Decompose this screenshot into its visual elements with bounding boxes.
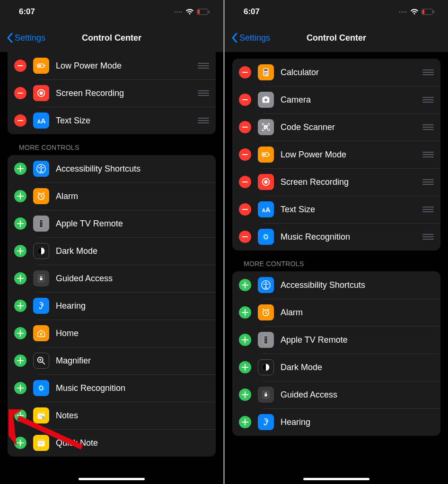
svg-rect-29 <box>422 10 424 14</box>
remove-button[interactable] <box>239 203 251 216</box>
svg-rect-65 <box>264 394 267 397</box>
list-item: Low Power Mode <box>8 52 216 79</box>
alarm-icon <box>258 304 274 320</box>
row-label: Low Power Mode <box>281 150 416 160</box>
shazam-icon <box>258 229 274 245</box>
nav-bar: Settings Control Center <box>0 24 223 52</box>
back-button[interactable]: Settings <box>7 33 45 43</box>
remove-button[interactable] <box>239 148 251 161</box>
svg-rect-50 <box>269 154 270 156</box>
svg-point-11 <box>40 165 42 167</box>
reorder-handle[interactable] <box>422 207 434 212</box>
svg-point-37 <box>265 73 266 74</box>
reorder-handle[interactable] <box>422 152 434 157</box>
add-button[interactable] <box>14 437 26 449</box>
svg-rect-15 <box>40 224 42 225</box>
add-button[interactable] <box>239 334 251 346</box>
list-item: Accessibility Shortcuts <box>232 271 440 299</box>
back-button[interactable]: Settings <box>231 33 270 43</box>
row-label: Text Size <box>56 116 191 126</box>
svg-point-38 <box>267 73 268 74</box>
reorder-handle[interactable] <box>422 234 434 240</box>
remove-button[interactable] <box>239 66 251 78</box>
add-button[interactable] <box>14 217 26 230</box>
reorder-handle[interactable] <box>198 90 209 96</box>
back-label: Settings <box>239 33 270 43</box>
remove-button[interactable] <box>239 231 251 243</box>
svg-rect-5 <box>44 65 45 67</box>
reorder-handle[interactable] <box>422 179 434 185</box>
list-item: Code Scanner <box>232 113 440 141</box>
svg-rect-61 <box>265 340 267 341</box>
darkmode-icon <box>258 359 274 375</box>
add-button[interactable] <box>14 300 26 312</box>
reorder-handle[interactable] <box>422 69 434 75</box>
list-item: Low Power Mode <box>232 141 440 168</box>
remove-button[interactable] <box>239 94 251 106</box>
svg-point-60 <box>265 337 267 339</box>
row-label: Apple TV Remote <box>281 335 434 345</box>
row-label: Camera <box>281 95 416 105</box>
list-item: Accessibility Shortcuts <box>8 155 216 182</box>
phone-left: 6:07 •••• Settings Control Center Low Po… <box>0 0 223 484</box>
svg-rect-32 <box>264 69 267 71</box>
home-indicator[interactable] <box>303 478 369 480</box>
row-label: Hearing <box>56 301 209 311</box>
status-bar: 6:07 •••• <box>225 0 448 24</box>
add-button[interactable] <box>14 245 26 257</box>
more-controls-list: Accessibility ShortcutsAlarmApple TV Rem… <box>232 271 440 436</box>
svg-rect-4 <box>38 65 41 67</box>
chevron-left-icon <box>7 33 13 43</box>
add-button[interactable] <box>14 409 26 422</box>
reorder-handle[interactable] <box>198 118 209 123</box>
row-label: Guided Access <box>56 274 209 284</box>
add-button[interactable] <box>239 416 251 428</box>
row-label: Calculator <box>281 68 416 78</box>
add-button[interactable] <box>14 190 26 202</box>
remove-button[interactable] <box>239 176 251 188</box>
home-indicator[interactable] <box>79 478 145 480</box>
status-time: 6:07 <box>244 7 260 17</box>
svg-point-55 <box>262 233 270 241</box>
shazam-icon <box>33 380 49 396</box>
row-label: Text Size <box>281 205 416 215</box>
more-controls-list: Accessibility ShortcutsAlarmApple TV Rem… <box>8 155 216 457</box>
list-item: Guided Access <box>8 265 216 292</box>
back-label: Settings <box>15 33 45 43</box>
add-button[interactable] <box>239 306 251 319</box>
list-item: Guided Access <box>232 381 440 408</box>
reorder-handle[interactable] <box>422 124 434 130</box>
camera-icon <box>258 92 274 108</box>
notes-icon <box>33 407 49 424</box>
add-button[interactable] <box>239 279 251 291</box>
remove-button[interactable] <box>14 87 26 99</box>
chevron-left-icon <box>231 33 237 43</box>
row-label: Home <box>56 328 209 338</box>
remove-button[interactable] <box>14 60 26 72</box>
remove-button[interactable] <box>14 114 26 127</box>
add-button[interactable] <box>14 272 26 285</box>
svg-point-7 <box>39 91 43 95</box>
add-button[interactable] <box>14 163 26 175</box>
scroll-area[interactable]: CalculatorCameraCode ScannerLow Power Mo… <box>225 52 448 484</box>
remove-button[interactable] <box>239 121 251 133</box>
reorder-handle[interactable] <box>422 97 434 103</box>
hearing-icon <box>33 298 49 314</box>
add-button[interactable] <box>239 389 251 401</box>
svg-rect-49 <box>263 154 266 156</box>
included-controls-list: Low Power ModeScreen RecordingAAText Siz… <box>8 52 216 134</box>
add-button[interactable] <box>14 382 26 394</box>
svg-rect-30 <box>433 11 434 13</box>
more-controls-header: MORE CONTROLS <box>225 251 448 271</box>
battery-low-icon <box>197 9 210 15</box>
calculator-icon <box>258 64 274 80</box>
reorder-handle[interactable] <box>198 63 209 69</box>
add-button[interactable] <box>239 361 251 373</box>
scroll-area[interactable]: Low Power ModeScreen RecordingAAText Siz… <box>0 52 223 484</box>
svg-point-33 <box>264 72 265 73</box>
alarm-icon <box>33 188 49 204</box>
add-button[interactable] <box>14 327 26 339</box>
add-button[interactable] <box>14 354 26 367</box>
list-item: Music Recognition <box>232 223 440 251</box>
row-label: Hearing <box>281 417 434 427</box>
